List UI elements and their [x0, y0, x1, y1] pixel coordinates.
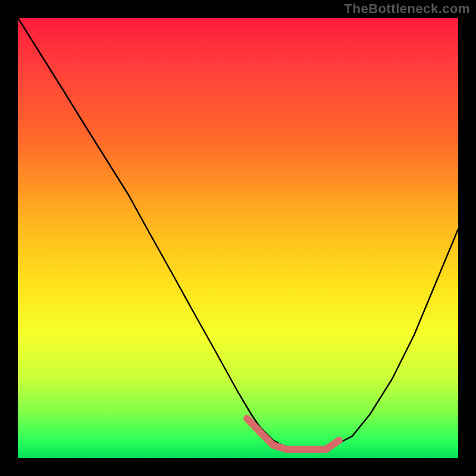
plot-area — [18, 18, 458, 458]
chart-frame: TheBottleneck.com — [0, 0, 476, 476]
curve-path — [18, 18, 458, 449]
watermark-text: TheBottleneck.com — [345, 1, 470, 17]
optimal-segment-path — [247, 418, 339, 449]
curve-svg — [18, 18, 458, 458]
